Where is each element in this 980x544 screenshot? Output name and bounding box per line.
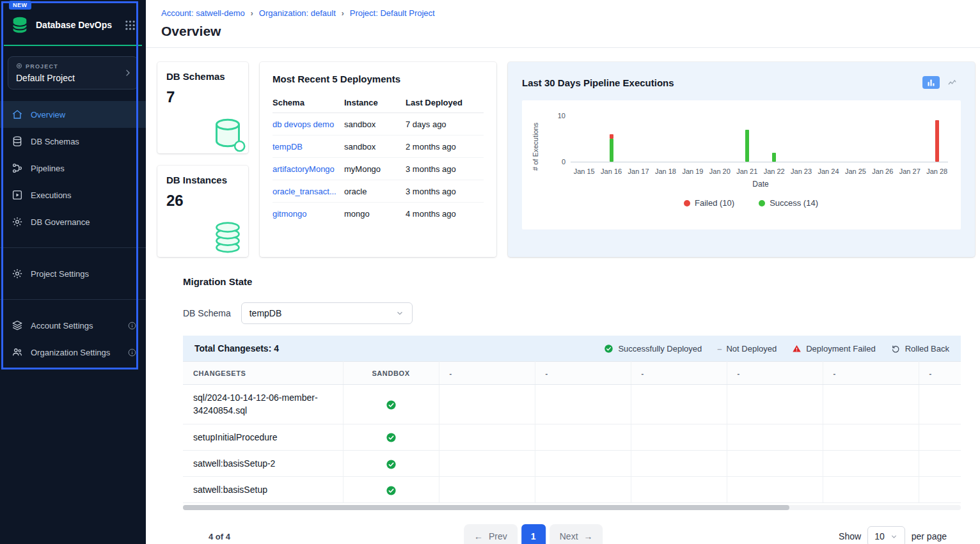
status-legend-item-deployment-failed: Deployment Failed [792, 344, 875, 354]
deployment-row: tempDB sandbox 2 months ago [273, 136, 484, 158]
info-icon[interactable] [127, 348, 137, 357]
changesets-column-header: - [631, 362, 727, 385]
gear-icon [12, 216, 23, 228]
deployment-schema-link[interactable]: gitmongo [273, 209, 306, 219]
changeset-empty-cell [631, 450, 727, 476]
stat-label: DB Schemas [166, 71, 239, 82]
changesets-column-header: - [535, 362, 631, 385]
breadcrumb-separator: › [342, 9, 344, 18]
line-chart-toggle-icon[interactable] [944, 76, 961, 89]
sidebar-item-db-schemas[interactable]: DB Schemas [0, 128, 146, 155]
deployment-row: artifactoryMongo myMongo 3 months ago [273, 158, 484, 180]
breadcrumb-link-1[interactable]: Organization: default [259, 8, 336, 18]
chart-bar-group-jan-22: Jan 22 [761, 116, 787, 175]
db-schema-label: DB Schema [183, 308, 231, 318]
changeset-empty-cell [535, 477, 631, 503]
db-schema-select[interactable]: tempDB [241, 302, 413, 324]
changesets-column-header-row: CHANGESETSSANDBOX------ [183, 362, 961, 385]
deployment-schema-link[interactable]: oracle_transact... [273, 187, 336, 196]
status-legend-item-successfully-deployed: Successfully Deployed [604, 344, 702, 354]
changesets-table-wrap: Total Changesets: 4 Successfully Deploye… [183, 336, 961, 511]
breadcrumb-link-2[interactable]: Project: Default Project [350, 8, 435, 18]
y-tick-max: 10 [551, 112, 565, 120]
page-size-select[interactable]: 10 [867, 526, 905, 544]
chart-bar-group-jan-26: Jan 26 [869, 116, 896, 175]
changeset-row: satwell:basisSetup [183, 477, 961, 503]
chart-bar-group-jan-27: Jan 27 [896, 116, 923, 175]
changesets-column-header: SANDBOX [343, 362, 439, 385]
deployment-last-deployed: 3 months ago [406, 180, 484, 203]
breadcrumb-link-0[interactable]: Account: satwell-demo [161, 8, 245, 18]
deployment-last-deployed: 2 months ago [406, 136, 484, 158]
project-selector[interactable]: PROJECT Default Project [8, 56, 138, 89]
chart-legend-item: Failed (10) [684, 198, 734, 208]
chart-bar-group-jan-23: Jan 23 [787, 116, 814, 175]
changeset-empty-cell [727, 424, 823, 450]
home-icon [12, 109, 23, 120]
status-legend-item-rolled-back: Rolled Back [891, 344, 949, 354]
main-area: Account: satwell-demo›Organization: defa… [146, 0, 980, 544]
per-page-label: per page [912, 531, 947, 541]
breadcrumb: Account: satwell-demo›Organization: defa… [161, 8, 965, 18]
sidebar-item-project-settings[interactable]: Project Settings [0, 260, 146, 287]
chart-panel: # of Executions 10 0 Jan 15 Jan 16 [522, 100, 961, 229]
recent-deployments-card: Most Recent 5 Deployments Schema Instanc… [260, 62, 496, 257]
arrow-right-icon: → [584, 531, 593, 541]
changesets-table-viewport: CHANGESETSSANDBOX------ sql/2024-10-14-1… [183, 361, 961, 503]
changeset-status-cell [343, 477, 439, 503]
chart-bar-group-jan-18: Jan 18 [652, 116, 679, 175]
page-number-button[interactable]: 1 [521, 524, 546, 544]
next-page-button[interactable]: Next → [549, 524, 603, 544]
chart-bar-group-jan-16: Jan 16 [597, 116, 624, 175]
chart-legend-item: Success (14) [759, 198, 818, 208]
x-tick-label: Jan 15 [571, 167, 597, 175]
bar-chart-toggle-icon[interactable] [922, 76, 940, 89]
target-icon [16, 63, 22, 70]
deployment-instance: sandbox [344, 136, 406, 158]
chart-bar-group-jan-28: Jan 28 [923, 116, 950, 175]
chart-bar-group-jan-21: Jan 21 [734, 116, 761, 175]
sidebar-item-account-settings[interactable]: Account Settings [0, 312, 146, 339]
database-icon [210, 116, 246, 152]
changeset-empty-cell [823, 477, 919, 503]
sidebar-divider [0, 247, 146, 248]
changeset-empty-cell [823, 424, 919, 450]
changeset-empty-cell [919, 450, 961, 476]
chart-legend: Failed (10) Success (14) [551, 198, 951, 208]
chart-title: Last 30 Days Pipeline Executions [522, 77, 674, 88]
gear-icon [12, 268, 23, 279]
deployments-table: Schema Instance Last Deployed db devops … [273, 92, 484, 224]
new-badge: NEW [9, 1, 31, 10]
x-tick-label: Jan 17 [625, 167, 652, 175]
changesets-table-body: sql/2024-10-14-12-06-member-34240854.sql… [183, 385, 961, 503]
changeset-row: satwell:basisSetup-2 [183, 450, 961, 476]
sidebar-item-overview[interactable]: Overview [0, 101, 146, 128]
people-icon [12, 346, 23, 358]
prev-page-button[interactable]: ← Prev [464, 524, 518, 544]
x-tick-label: Jan 28 [923, 167, 950, 175]
sidebar-item-db-governance[interactable]: DB Governance [0, 208, 146, 235]
changeset-empty-cell [919, 424, 961, 450]
info-icon[interactable] [127, 321, 137, 330]
deployment-schema-link[interactable]: db devops demo [273, 120, 334, 129]
sidebar: NEW Database DevOps PROJECT Default Proj… [0, 0, 146, 544]
bar-failed [610, 134, 613, 139]
status-legend-item-not-deployed: –Not Deployed [717, 344, 777, 354]
deployment-schema-link[interactable]: artifactoryMongo [273, 164, 335, 174]
deployment-last-deployed: 4 months ago [406, 203, 484, 225]
deployment-instance: sandbox [344, 113, 406, 136]
dash-icon: – [717, 344, 722, 354]
sidebar-item-pipelines[interactable]: Pipelines [0, 155, 146, 182]
rollback-icon [891, 344, 901, 354]
apps-grid-icon[interactable] [125, 20, 136, 31]
scrollbar-thumb[interactable] [183, 505, 789, 510]
sidebar-item-organization-settings[interactable]: Organization Settings [0, 339, 146, 366]
chart-bar-group-jan-24: Jan 24 [815, 116, 842, 175]
sidebar-item-executions[interactable]: Executions [0, 182, 146, 208]
deployment-schema-link[interactable]: tempDB [273, 142, 303, 152]
changeset-empty-cell [631, 477, 727, 503]
changesets-column-header: - [919, 362, 961, 385]
deployment-row: oracle_transact... oracle 3 months ago [273, 180, 484, 203]
y-tick-min: 0 [551, 158, 565, 166]
bar-failed [935, 120, 939, 162]
